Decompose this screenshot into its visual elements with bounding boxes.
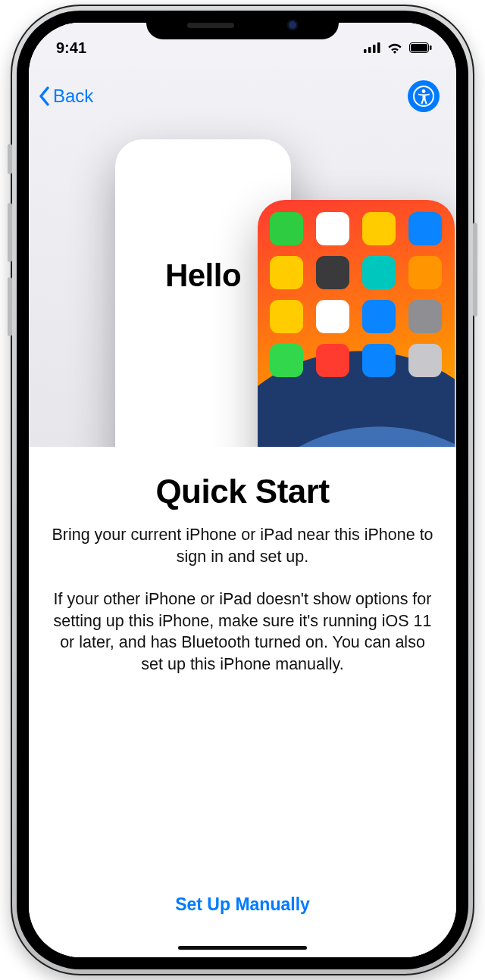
mock-hello-text: Hello: [165, 257, 241, 294]
svg-point-8: [422, 89, 426, 93]
mute-switch: [8, 144, 12, 174]
svg-rect-2: [373, 45, 376, 53]
chevron-left-icon: [38, 85, 52, 108]
mock-app-icon: [408, 212, 442, 245]
set-up-manually-button[interactable]: Set Up Manually: [29, 894, 456, 915]
page-title: Quick Start: [52, 473, 433, 510]
device-notch: [146, 11, 339, 39]
mock-app-icon: [316, 256, 349, 289]
device-frame: Hello 9:41: [11, 5, 474, 975]
mock-phone-homescreen: [258, 200, 455, 447]
svg-rect-0: [364, 49, 367, 53]
volume-down-button: [8, 277, 12, 336]
speaker-grille: [187, 23, 234, 28]
mock-app-icon: [270, 212, 303, 245]
mock-app-icon: [270, 256, 303, 289]
mock-app-icon: [270, 300, 303, 333]
mock-app-icon: [316, 212, 349, 245]
accessibility-button[interactable]: [408, 80, 440, 112]
nav-bar: Back: [29, 77, 456, 115]
mock-app-icon: [408, 344, 442, 377]
status-time: 9:41: [56, 39, 86, 57]
cellular-icon: [364, 42, 380, 53]
body-paragraph-2: If your other iPhone or iPad doesn't sho…: [52, 588, 433, 675]
back-button[interactable]: Back: [38, 85, 93, 108]
back-label: Back: [53, 86, 93, 107]
accessibility-icon: [412, 85, 435, 108]
battery-icon: [409, 42, 432, 53]
device-bezel: Hello 9:41: [17, 11, 468, 969]
svg-rect-6: [430, 45, 432, 50]
mock-app-icon: [316, 344, 349, 377]
body-paragraph-1: Bring your current iPhone or iPad near t…: [52, 524, 433, 567]
mock-app-grid: [270, 212, 443, 377]
volume-up-button: [8, 203, 12, 262]
mock-app-icon: [362, 212, 396, 245]
wifi-icon: [386, 42, 403, 54]
front-camera: [287, 20, 298, 30]
mock-app-icon: [316, 300, 349, 333]
mock-app-icon: [408, 300, 442, 333]
screen: Hello 9:41: [29, 23, 456, 957]
svg-rect-1: [368, 47, 371, 53]
mock-app-icon: [362, 344, 396, 377]
content: Quick Start Bring your current iPhone or…: [29, 447, 456, 957]
side-button: [473, 223, 477, 317]
svg-rect-3: [377, 42, 380, 53]
mock-app-icon: [362, 300, 396, 333]
svg-rect-5: [411, 44, 427, 51]
mock-app-icon: [362, 256, 396, 289]
home-indicator: [178, 946, 307, 950]
mock-app-icon: [270, 344, 303, 377]
mock-app-icon: [408, 256, 442, 289]
